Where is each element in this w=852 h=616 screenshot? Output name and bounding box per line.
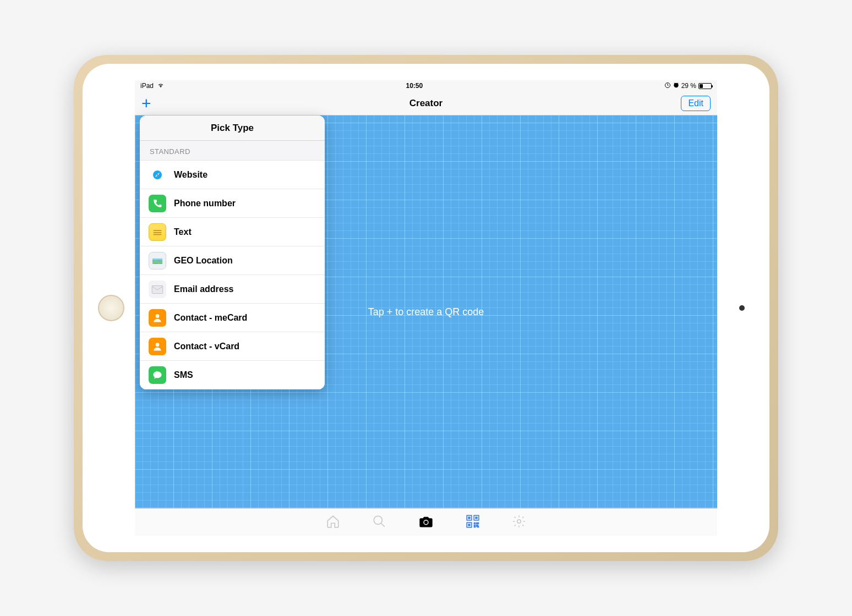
svg-point-13	[374, 516, 382, 524]
ipad-frame: iPad 10:50 29 %	[74, 55, 778, 561]
svg-rect-23	[477, 522, 479, 524]
empty-state-text: Tap + to create a QR code	[368, 306, 484, 318]
contact-icon	[149, 338, 166, 355]
svg-rect-26	[477, 526, 479, 527]
svg-rect-19	[476, 516, 477, 518]
svg-rect-7	[154, 234, 162, 235]
map-icon	[149, 252, 166, 270]
popover-item-email[interactable]: Email address	[140, 275, 325, 304]
popover-item-label: Email address	[174, 284, 234, 294]
popover-item-label: Phone number	[174, 199, 236, 208]
screen: iPad 10:50 29 %	[135, 80, 717, 536]
clock: 10:50	[406, 82, 423, 90]
tab-settings[interactable]	[512, 514, 526, 531]
popover-item-label: Contact - meCard	[174, 313, 247, 323]
alarm-icon	[673, 82, 679, 90]
svg-rect-24	[474, 525, 476, 527]
content-area: Tap + to create a QR code Pick Type STAN…	[135, 116, 717, 508]
svg-point-15	[424, 520, 428, 524]
add-button[interactable]: +	[141, 94, 158, 113]
nav-bar: + Creator Edit	[135, 91, 717, 116]
popover-item-label: Contact - vCard	[174, 342, 239, 351]
battery-percent: 29 %	[681, 82, 696, 90]
home-button[interactable]	[98, 295, 124, 321]
popover-item-label: Website	[174, 170, 207, 180]
tab-qrcode[interactable]	[466, 514, 480, 531]
front-camera	[739, 305, 745, 311]
camera-icon	[418, 521, 434, 531]
tab-home[interactable]	[326, 514, 340, 531]
popover-item-vcard[interactable]: Contact - vCard	[140, 332, 325, 361]
svg-rect-22	[474, 522, 476, 524]
popover-section-header: STANDARD	[140, 141, 325, 161]
contact-icon	[149, 309, 166, 327]
tab-bar	[135, 508, 717, 536]
gear-icon	[512, 521, 526, 530]
popover-title: Pick Type	[140, 116, 325, 141]
popover-item-label: Text	[174, 227, 192, 237]
svg-point-4	[157, 174, 159, 175]
popover-item-mecard[interactable]: Contact - meCard	[140, 304, 325, 332]
notes-icon	[149, 223, 166, 241]
popover-item-label: GEO Location	[174, 256, 233, 266]
phone-icon	[149, 195, 166, 212]
search-icon	[372, 521, 386, 530]
status-bar: iPad 10:50 29 %	[135, 80, 717, 91]
svg-point-27	[517, 519, 521, 523]
popover-item-website[interactable]: Website	[140, 161, 325, 189]
mail-icon	[149, 280, 166, 298]
popover-item-text[interactable]: Text	[140, 218, 325, 246]
pick-type-popover: Pick Type STANDARD Website Phone number	[140, 116, 325, 389]
home-icon	[326, 521, 340, 530]
edit-button[interactable]: Edit	[681, 96, 711, 111]
svg-rect-9	[152, 258, 162, 260]
tab-search[interactable]	[372, 514, 386, 531]
svg-point-1	[674, 83, 678, 87]
popover-item-phone[interactable]: Phone number	[140, 189, 325, 218]
messages-icon	[149, 366, 166, 384]
svg-point-11	[156, 314, 160, 318]
ipad-bezel: iPad 10:50 29 %	[83, 64, 769, 552]
safari-icon	[149, 166, 166, 184]
popover-item-sms[interactable]: SMS	[140, 361, 325, 389]
battery-icon	[698, 83, 712, 89]
svg-rect-5	[154, 230, 162, 231]
svg-point-12	[156, 343, 160, 346]
svg-rect-17	[468, 516, 470, 518]
svg-rect-21	[468, 524, 470, 525]
svg-rect-10	[152, 285, 163, 293]
popover-item-geo[interactable]: GEO Location	[140, 246, 325, 275]
svg-rect-6	[154, 232, 162, 233]
page-title: Creator	[409, 98, 443, 109]
device-label: iPad	[140, 82, 154, 90]
popover-item-label: SMS	[174, 370, 193, 380]
qrcode-icon	[466, 521, 480, 530]
orientation-lock-icon	[664, 82, 671, 90]
wifi-icon	[157, 82, 165, 90]
tab-camera[interactable]	[418, 514, 434, 531]
